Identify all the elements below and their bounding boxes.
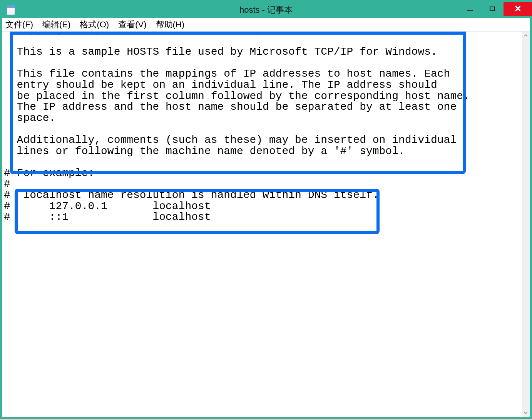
menu-view[interactable]: 查看(V) [118,19,146,30]
close-button[interactable]: ✕ [504,2,532,16]
menu-edit[interactable]: 编辑(E) [42,19,70,30]
titlebar[interactable]: hosts - 记事本 ✕ [2,2,530,18]
window-controls: ✕ [459,2,532,16]
maximize-button[interactable] [481,2,504,16]
menubar: 文件(F) 编辑(E) 格式(O) 查看(V) 帮助(H) [2,18,530,32]
minimize-button[interactable] [459,2,481,16]
window-title: hosts - 记事本 [2,4,530,16]
notepad-app-icon [6,5,15,15]
text-editor[interactable]: Copyright (c) 1993-2009 Microsoft Corp. … [2,32,522,417]
close-icon: ✕ [514,4,521,14]
editor-content[interactable]: Copyright (c) 1993-2009 Microsoft Corp. … [4,32,522,223]
menu-file[interactable]: 文件(F) [5,19,33,30]
minimize-icon [467,10,473,11]
vertical-scrollbar[interactable] [522,32,530,417]
scroll-up-button[interactable] [522,32,530,39]
notepad-window: hosts - 记事本 ✕ 文件(F) 编辑(E) 格式(O) 查看(V) 帮助… [0,0,532,419]
scroll-down-button[interactable] [522,409,530,417]
menu-help[interactable]: 帮助(H) [156,19,185,30]
menu-format[interactable]: 格式(O) [80,19,109,30]
client-area: Copyright (c) 1993-2009 Microsoft Corp. … [2,32,530,417]
chevron-up-icon [524,34,528,37]
maximize-icon [490,7,495,11]
chevron-down-icon [524,411,528,415]
